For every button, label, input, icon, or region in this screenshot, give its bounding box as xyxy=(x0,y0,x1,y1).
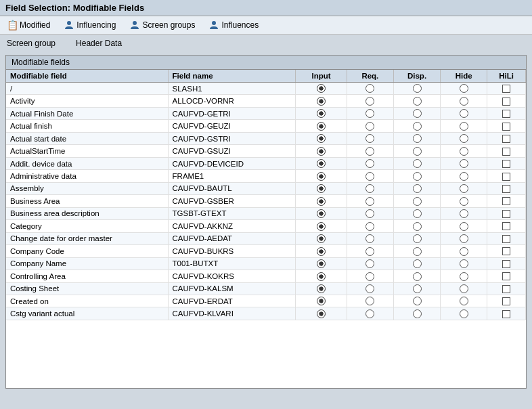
cell-hide[interactable] xyxy=(441,295,487,307)
cell-hili[interactable] xyxy=(487,157,526,169)
cell-input[interactable] xyxy=(296,83,347,95)
cell-hide[interactable] xyxy=(441,107,487,119)
radio-input[interactable] xyxy=(317,197,326,206)
cell-req[interactable] xyxy=(347,145,393,157)
checkbox-hili[interactable] xyxy=(502,173,510,181)
radio-input[interactable] xyxy=(317,309,326,318)
cell-hide[interactable] xyxy=(441,132,487,144)
checkbox-hili[interactable] xyxy=(502,222,510,230)
radio-hide[interactable] xyxy=(460,134,468,143)
radio-input[interactable] xyxy=(317,172,326,181)
radio-input[interactable] xyxy=(317,84,326,93)
radio-disp[interactable] xyxy=(413,259,422,268)
cell-hide[interactable] xyxy=(441,170,487,182)
cell-hili[interactable] xyxy=(487,257,526,270)
radio-hide[interactable] xyxy=(460,234,468,243)
cell-hili[interactable] xyxy=(487,107,526,119)
cell-req[interactable] xyxy=(347,220,393,232)
checkbox-hili[interactable] xyxy=(502,210,510,218)
radio-hide[interactable] xyxy=(460,209,468,218)
checkbox-hili[interactable] xyxy=(502,148,510,156)
radio-input[interactable] xyxy=(317,184,326,193)
radio-disp[interactable] xyxy=(413,222,422,231)
radio-hide[interactable] xyxy=(460,197,468,206)
radio-req[interactable] xyxy=(365,222,374,231)
toolbar-btn-screen-groups[interactable]: Screen groups xyxy=(127,18,198,32)
radio-disp[interactable] xyxy=(413,297,422,305)
radio-disp[interactable] xyxy=(413,147,422,156)
cell-disp[interactable] xyxy=(393,257,440,270)
radio-hide[interactable] xyxy=(460,297,468,305)
cell-hide[interactable] xyxy=(441,95,487,107)
cell-req[interactable] xyxy=(347,120,393,132)
cell-hide[interactable] xyxy=(441,120,487,132)
cell-disp[interactable] xyxy=(393,182,440,194)
cell-hide[interactable] xyxy=(441,307,487,320)
cell-disp[interactable] xyxy=(393,270,440,282)
radio-req[interactable] xyxy=(365,247,374,256)
checkbox-hili[interactable] xyxy=(502,260,510,268)
radio-req[interactable] xyxy=(365,284,374,293)
checkbox-hili[interactable] xyxy=(502,197,510,205)
cell-disp[interactable] xyxy=(393,120,440,132)
checkbox-hili[interactable] xyxy=(502,160,510,168)
radio-req[interactable] xyxy=(365,309,374,318)
radio-input[interactable] xyxy=(317,272,326,281)
radio-disp[interactable] xyxy=(413,159,422,168)
cell-disp[interactable] xyxy=(393,220,440,232)
cell-hili[interactable] xyxy=(487,207,526,219)
radio-req[interactable] xyxy=(365,97,374,106)
toolbar-btn-modified[interactable]: 📋Modified xyxy=(4,18,53,32)
cell-hide[interactable] xyxy=(441,157,487,169)
radio-disp[interactable] xyxy=(413,309,422,318)
radio-hide[interactable] xyxy=(460,97,468,106)
cell-hide[interactable] xyxy=(441,207,487,219)
cell-input[interactable] xyxy=(296,145,347,157)
cell-hili[interactable] xyxy=(487,182,526,194)
cell-input[interactable] xyxy=(296,307,347,320)
cell-hili[interactable] xyxy=(487,83,526,95)
toolbar-btn-influencing[interactable]: Influencing xyxy=(61,18,118,32)
radio-disp[interactable] xyxy=(413,109,422,118)
radio-hide[interactable] xyxy=(460,222,468,231)
cell-hide[interactable] xyxy=(441,245,487,257)
radio-input[interactable] xyxy=(317,109,326,118)
cell-req[interactable] xyxy=(347,307,393,320)
cell-req[interactable] xyxy=(347,132,393,144)
cell-disp[interactable] xyxy=(393,307,440,320)
radio-req[interactable] xyxy=(365,109,374,118)
cell-input[interactable] xyxy=(296,170,347,182)
cell-input[interactable] xyxy=(296,107,347,119)
cell-hide[interactable] xyxy=(441,83,487,95)
radio-disp[interactable] xyxy=(413,97,422,106)
cell-req[interactable] xyxy=(347,282,393,295)
cell-input[interactable] xyxy=(296,182,347,194)
radio-req[interactable] xyxy=(365,297,374,305)
cell-hide[interactable] xyxy=(441,182,487,194)
cell-req[interactable] xyxy=(347,207,393,219)
cell-disp[interactable] xyxy=(393,107,440,119)
radio-input[interactable] xyxy=(317,259,326,268)
radio-hide[interactable] xyxy=(460,172,468,181)
radio-req[interactable] xyxy=(365,159,374,168)
cell-req[interactable] xyxy=(347,295,393,307)
cell-hili[interactable] xyxy=(487,195,526,207)
cell-hili[interactable] xyxy=(487,95,526,107)
radio-disp[interactable] xyxy=(413,172,422,181)
checkbox-hili[interactable] xyxy=(502,85,510,93)
cell-req[interactable] xyxy=(347,245,393,257)
radio-hide[interactable] xyxy=(460,109,468,118)
radio-req[interactable] xyxy=(365,184,374,193)
radio-hide[interactable] xyxy=(460,159,468,168)
radio-req[interactable] xyxy=(365,234,374,243)
cell-hide[interactable] xyxy=(441,232,487,244)
checkbox-hili[interactable] xyxy=(502,135,510,143)
radio-hide[interactable] xyxy=(460,184,468,193)
radio-input[interactable] xyxy=(317,234,326,243)
cell-disp[interactable] xyxy=(393,95,440,107)
cell-input[interactable] xyxy=(296,195,347,207)
radio-disp[interactable] xyxy=(413,122,422,131)
cell-input[interactable] xyxy=(296,132,347,144)
cell-disp[interactable] xyxy=(393,245,440,257)
radio-disp[interactable] xyxy=(413,247,422,256)
